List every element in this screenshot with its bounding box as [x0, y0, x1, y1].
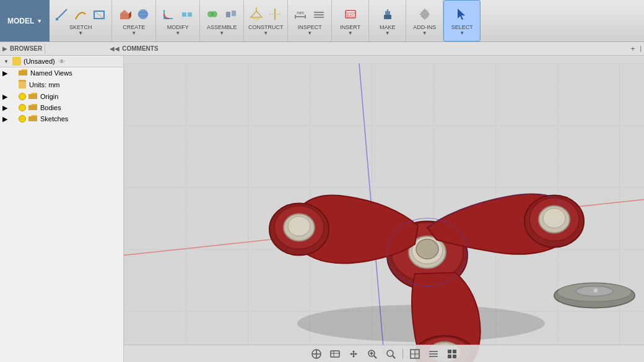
- select-cursor-icon[interactable]: [453, 6, 471, 23]
- status-quad-view-icon[interactable]: [445, 347, 459, 361]
- make-3dprint-icon[interactable]: [379, 6, 396, 23]
- addons-dropdown[interactable]: ▼: [422, 30, 427, 36]
- status-zoom-icon[interactable]: [384, 347, 398, 361]
- browser-bodies[interactable]: ▶ Bodies: [0, 102, 123, 113]
- svg-point-52: [543, 209, 565, 228]
- select-group[interactable]: SELECT ▼: [443, 0, 481, 41]
- bodies-bulb-icon: [19, 104, 26, 111]
- bodies-expand[interactable]: ▶: [2, 104, 12, 112]
- named-views-folder-icon: [19, 69, 27, 77]
- svg-point-56: [288, 217, 310, 236]
- model-tab[interactable]: MODEL ▼: [0, 0, 50, 41]
- browser-toolbar-label: BROWSER: [10, 45, 42, 52]
- main-toolbar: MODEL ▼ SKETCH ▼ CREATE ▼: [0, 0, 644, 42]
- assemble-group[interactable]: ASSEMBLE ▼: [200, 0, 244, 41]
- svg-marker-15: [251, 11, 262, 17]
- svg-rect-87: [453, 355, 456, 358]
- make-label: MAKE: [380, 24, 396, 30]
- svg-rect-1: [56, 18, 58, 20]
- modify-chamfer-icon[interactable]: [178, 6, 196, 23]
- status-move-icon[interactable]: [310, 347, 323, 361]
- select-dropdown[interactable]: ▼: [459, 30, 464, 36]
- svg-line-3: [94, 11, 104, 19]
- comments-plus-icon[interactable]: +: [630, 45, 635, 53]
- svg-text:mm: mm: [297, 11, 304, 15]
- browser-origin[interactable]: ▶ Origin: [0, 91, 123, 102]
- sketch-group[interactable]: SKETCH ▼: [50, 0, 112, 41]
- create-sphere-icon[interactable]: [134, 6, 152, 23]
- insert-canvas-icon[interactable]: IMG: [342, 6, 359, 23]
- assemble-component-icon[interactable]: [222, 6, 240, 23]
- modify-fillet-icon[interactable]: [160, 6, 177, 23]
- browser-root[interactable]: ▼ (Unsaved) 👁: [0, 56, 123, 67]
- status-home-icon[interactable]: [328, 347, 342, 361]
- create-extrude-icon[interactable]: [116, 6, 133, 23]
- root-unsaved-label: (Unsaved): [24, 58, 55, 65]
- inspect-measure-icon[interactable]: mm: [292, 6, 309, 23]
- bodies-folder-icon: [28, 103, 37, 112]
- inspect-zebra-icon[interactable]: [310, 6, 328, 23]
- sketch-line-icon[interactable]: [53, 6, 71, 23]
- svg-marker-16: [251, 17, 262, 21]
- viewport-3d[interactable]: [124, 56, 644, 362]
- root-component-icon: [12, 57, 21, 66]
- make-group[interactable]: MAKE ▼: [369, 0, 406, 41]
- comments-close-icon[interactable]: |: [640, 45, 642, 52]
- sketch-rect-icon[interactable]: [90, 6, 108, 23]
- assemble-dropdown[interactable]: ▼: [219, 30, 224, 36]
- model-label: MODEL: [7, 17, 34, 25]
- toolbar2-divider: [45, 44, 45, 54]
- svg-point-48: [416, 239, 438, 259]
- sketches-folder-icon: [28, 114, 37, 123]
- sketch-arc-icon[interactable]: [72, 6, 89, 23]
- create-group[interactable]: CREATE ▼: [112, 0, 156, 41]
- insert-group[interactable]: IMG INSERT ▼: [332, 0, 369, 41]
- assemble-joint-icon[interactable]: [204, 6, 221, 23]
- sketches-bulb-icon: [19, 115, 26, 123]
- named-views-label: Named Views: [30, 69, 72, 77]
- browser-units[interactable]: Units: mm: [0, 79, 123, 91]
- sketch-dropdown[interactable]: ▼: [78, 30, 83, 36]
- named-views-expand[interactable]: ▶: [2, 69, 12, 77]
- svg-rect-37: [19, 80, 26, 82]
- insert-dropdown[interactable]: ▼: [348, 30, 353, 36]
- sketches-expand[interactable]: ▶: [2, 115, 12, 123]
- svg-point-65: [593, 288, 598, 293]
- assemble-label: ASSEMBLE: [207, 24, 237, 30]
- construct-axis-icon[interactable]: [266, 6, 284, 23]
- status-zoom-fit-icon[interactable]: [365, 347, 379, 361]
- status-grid-view-icon[interactable]: [408, 347, 422, 361]
- 3d-model-view: [124, 56, 644, 362]
- modify-dropdown[interactable]: ▼: [175, 30, 180, 36]
- construct-group[interactable]: CONSTRUCT ▼: [244, 0, 288, 41]
- browser-sketches[interactable]: ▶ Sketches: [0, 113, 123, 124]
- status-pan-icon[interactable]: [347, 347, 360, 361]
- inspect-group[interactable]: mm INSPECT ▼: [288, 0, 332, 41]
- secondary-toolbar: ▶ BROWSER ◀◀ COMMENTS + |: [0, 42, 644, 56]
- inspect-dropdown[interactable]: ▼: [307, 30, 312, 36]
- modify-group[interactable]: MODIFY ▼: [156, 0, 200, 41]
- comments-expand-icon[interactable]: ◀◀: [110, 45, 120, 52]
- svg-rect-31: [384, 15, 391, 19]
- status-list-view-icon[interactable]: [427, 347, 440, 361]
- root-expand-arrow[interactable]: ▼: [2, 58, 10, 65]
- main-area: ▼ (Unsaved) 👁 ▶ Named Views Units: mm ▶: [0, 56, 644, 362]
- addons-gear-icon[interactable]: [416, 6, 433, 23]
- construct-plane-icon[interactable]: [248, 6, 265, 23]
- sketches-label: Sketches: [40, 115, 68, 123]
- svg-rect-10: [188, 12, 192, 17]
- browser-expand-icon[interactable]: ▶: [2, 45, 7, 52]
- svg-rect-13: [226, 12, 230, 17]
- make-dropdown[interactable]: ▼: [385, 30, 390, 36]
- svg-rect-84: [448, 350, 451, 353]
- units-doc-icon: [19, 80, 26, 90]
- origin-expand[interactable]: ▶: [2, 93, 12, 101]
- construct-dropdown[interactable]: ▼: [263, 30, 268, 36]
- addons-group[interactable]: ADD-INS ▼: [406, 0, 443, 41]
- browser-named-views[interactable]: ▶ Named Views: [0, 67, 123, 79]
- svg-rect-69: [331, 351, 339, 357]
- svg-rect-9: [182, 12, 186, 17]
- svg-line-77: [393, 356, 395, 358]
- create-dropdown[interactable]: ▼: [131, 30, 136, 36]
- root-visibility-icon[interactable]: 👁: [59, 58, 65, 65]
